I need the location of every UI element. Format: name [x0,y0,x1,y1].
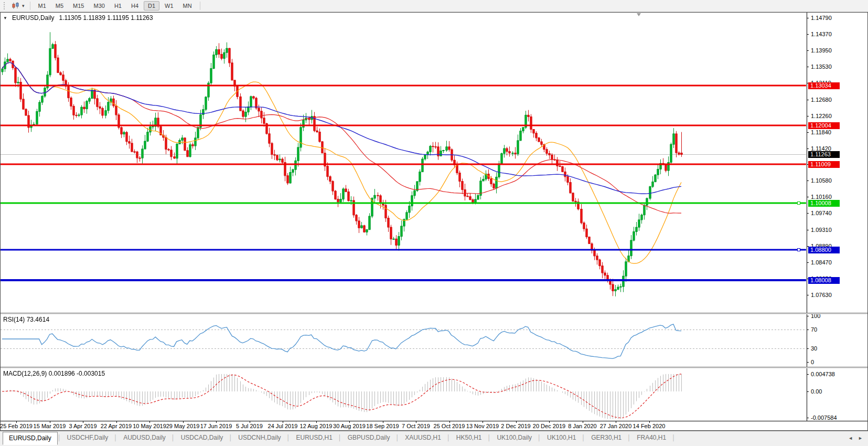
chart-type-tool[interactable]: ▾ [9,2,27,9]
tab-separator: │ [58,431,61,441]
price-chart-canvas[interactable] [1,13,806,313]
tab-separator: │ [338,431,342,441]
date-axis-label: 27 Jan 2020 [600,423,632,429]
chart-tab-usdcnh-daily[interactable]: USDCNH,Daily [232,432,286,444]
toolbar-grip-handle[interactable] [4,2,6,9]
tab-separator: │ [447,431,451,441]
date-axis-label: 29 May 2019 [166,423,200,429]
main-price-pane: ▼ EURUSD,Daily 1.11305 1.11839 1.11195 1… [1,13,867,313]
date-axis-label: 10 May 2019 [133,423,166,429]
price-axis-tick: 1.12260 [807,113,867,119]
date-axis-label: 14 Feb 2020 [633,423,666,429]
date-axis[interactable]: 25 Feb 201915 Mar 20193 Apr 201922 Apr 2… [1,421,867,430]
timeframe-button-m5[interactable]: M5 [51,1,68,10]
chart-title-ohlc: 1.11305 1.11839 1.11195 1.11263 [59,14,153,22]
candlestick-chart-icon [12,2,20,9]
timeframe-button-m1[interactable]: M1 [34,1,50,10]
chart-tab-bar: EURUSD,Daily│USDCHF,Daily│AUDUSD,Daily│U… [0,431,868,446]
chart-tab-eurusd-h1[interactable]: EURUSD,H1 [290,432,338,444]
macd-axis-tick: 0.004738 [807,371,867,377]
macd-label: MACD(12,26,9) 0.001896 -0.003015 [3,370,105,377]
tab-separator: │ [672,431,676,441]
rsi-axis-tick: 70 [807,326,867,333]
timeframe-button-h1[interactable]: H1 [110,1,126,10]
rsi-axis-tick: 0 [807,359,867,365]
date-axis-label: 30 Aug 2019 [333,423,366,429]
chart-tab-fra40-h1[interactable]: FRA40,H1 [631,432,672,444]
price-axis-tick: 1.14790 [807,15,867,21]
date-axis-label: 17 Jun 2019 [200,423,232,429]
price-axis-tick: 1.13950 [807,47,867,54]
top-toolbar: ▾ M1M5M15M30H1H4D1W1MN [0,0,868,12]
tab-separator: │ [395,431,399,441]
price-axis-tick: 1.12680 [807,97,867,103]
chart-tab-gbpusd-daily[interactable]: GBPUSD,Daily [342,432,396,444]
chart-shift-marker-icon[interactable] [637,13,641,16]
macd-axis-tick: 0.00 [807,388,867,395]
price-axis-tick: 1.09740 [807,210,867,216]
price-axis-tick: 1.10160 [807,194,867,200]
timeframe-button-m30[interactable]: M30 [90,1,109,10]
price-axis-tick: 1.07630 [807,292,867,298]
chart-title-marker-icon: ▼ [3,16,7,20]
chart-tab-xauusd-h1[interactable]: XAUUSD,H1 [399,432,447,444]
toolbar-separator [200,2,200,10]
chart-title-symbol: EURUSD,Daily [12,14,55,22]
timeframe-button-mn[interactable]: MN [179,1,196,10]
chart-tab-ger30-h1[interactable]: GER30,H1 [585,432,627,444]
date-axis-label: 15 Mar 2019 [34,423,66,429]
timeframe-button-d1[interactable]: D1 [144,1,159,10]
date-axis-label: 3 Apr 2019 [69,423,97,429]
price-axis-tick: 1.11840 [807,129,867,135]
rsi-chart-canvas[interactable] [1,314,806,367]
chart-tab-usdchf-daily[interactable]: USDCHF,Daily [61,432,114,444]
tab-separator: │ [114,431,117,441]
tab-separator: │ [488,431,491,441]
date-axis-label: 25 Feb 2019 [0,423,33,429]
chart-tab-usdcad-daily[interactable]: USDCAD,Daily [175,432,229,444]
timeframe-button-h4[interactable]: H4 [127,1,143,10]
timeframe-button-w1[interactable]: W1 [160,1,178,10]
tab-separator: │ [172,431,175,441]
price-axis-tick: 1.10580 [807,177,867,184]
date-axis-label: 18 Sep 2019 [366,423,399,429]
timeframe-button-m15[interactable]: M15 [69,1,88,10]
date-axis-label: 12 Aug 2019 [300,423,333,429]
price-line-badge: 1.08008 [808,277,840,284]
tabs-scroll-right-icon[interactable]: ► [858,436,863,441]
tabs-scroll-nav: ◄► [848,436,863,441]
price-line-badge: 1.10008 [808,200,840,207]
toolbar-separator [30,2,30,10]
chart-tab-audusd-daily[interactable]: AUDUSD,Daily [117,432,172,444]
price-axis-tick: 1.09310 [807,227,867,233]
macd-chart-canvas[interactable] [1,368,806,421]
date-axis-label: 22 Apr 2019 [101,423,132,429]
price-axis-tick: 1.11420 [807,145,867,152]
tab-separator: │ [229,431,232,441]
tabs-scroll-left-icon[interactable]: ◄ [848,436,853,441]
tab-separator: │ [627,431,631,441]
tab-separator: │ [582,431,585,441]
date-axis-label: 7 Oct 2019 [402,423,430,429]
date-axis-label: 20 Dec 2019 [533,423,565,429]
price-axis-tick: 1.13530 [807,63,867,70]
chart-title: ▼ EURUSD,Daily 1.11305 1.11839 1.11195 1… [3,14,153,22]
chart-window: ▼ EURUSD,Daily 1.11305 1.11839 1.11195 1… [0,12,868,431]
price-axis-tick: 1.08470 [807,259,867,266]
rsi-axis-tick: 30 [807,345,867,352]
dropdown-caret-icon[interactable]: ▾ [22,3,25,8]
date-axis-label: 2 Dec 2019 [501,423,530,429]
chart-tab-hk50-h1[interactable]: HK50,H1 [451,432,488,444]
price-axis-tick: 1.14370 [807,31,867,37]
chart-tab-uk100-h1[interactable]: UK100,H1 [541,432,582,444]
tab-separator: │ [538,431,541,441]
rsi-label: RSI(14) 73.4614 [3,316,49,323]
price-line-badge: 1.13034 [808,82,840,89]
macd-axis-tick: -0.007584 [807,415,867,421]
price-line-badge: 1.11009 [808,161,840,168]
timeframe-button-group: M1M5M15M30H1H4D1W1MN [34,1,197,10]
chart-tab-uk100-daily[interactable]: UK100,Daily [491,432,538,444]
price-line-badge: 1.12004 [808,122,840,129]
price-line-badge: 1.11263 [808,151,840,158]
chart-tab-eurusd-daily[interactable]: EURUSD,Daily [3,432,58,445]
